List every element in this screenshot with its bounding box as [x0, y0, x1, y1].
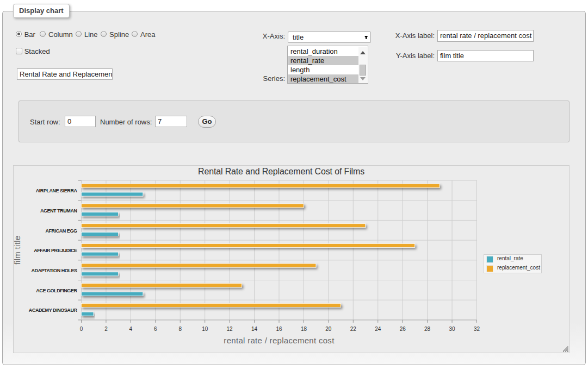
- svg-text:ADAPTATION HOLES: ADAPTATION HOLES: [32, 268, 77, 273]
- svg-text:16: 16: [276, 326, 282, 332]
- svg-text:film title: film title: [14, 236, 22, 265]
- svg-text:10: 10: [202, 326, 208, 332]
- svg-text:28: 28: [424, 326, 431, 332]
- svg-text:AFRICAN EGG: AFRICAN EGG: [45, 228, 77, 234]
- svg-text:rental_rate: rental_rate: [497, 255, 523, 261]
- svg-text:AFFAIR PREJUDICE: AFFAIR PREJUDICE: [34, 248, 77, 253]
- svg-text:18: 18: [301, 326, 307, 332]
- svg-text:AGENT TRUMAN: AGENT TRUMAN: [40, 208, 77, 214]
- svg-text:0: 0: [80, 326, 83, 332]
- svg-text:4: 4: [129, 326, 133, 332]
- svg-text:8: 8: [178, 326, 182, 332]
- svg-text:replacement_cost: replacement_cost: [497, 265, 540, 271]
- svg-text:ACADEMY DINOSAUR: ACADEMY DINOSAUR: [29, 308, 78, 313]
- svg-text:rental rate / replacement cost: rental rate / replacement cost: [224, 336, 335, 345]
- svg-text:20: 20: [325, 326, 332, 332]
- svg-text:2: 2: [104, 326, 108, 332]
- svg-text:AIRPLANE SIERRA: AIRPLANE SIERRA: [36, 188, 78, 193]
- svg-text:ACE GOLDFINGER: ACE GOLDFINGER: [36, 288, 77, 293]
- svg-text:14: 14: [251, 326, 258, 332]
- svg-text:30: 30: [449, 326, 455, 332]
- svg-text:24: 24: [375, 326, 381, 332]
- svg-text:Rental Rate and Replacement Co: Rental Rate and Replacement Cost of Film…: [198, 167, 364, 176]
- svg-text:32: 32: [474, 326, 480, 332]
- svg-text:22: 22: [350, 326, 357, 332]
- svg-text:12: 12: [227, 326, 233, 332]
- svg-text:26: 26: [400, 326, 406, 332]
- svg-text:6: 6: [154, 326, 157, 332]
